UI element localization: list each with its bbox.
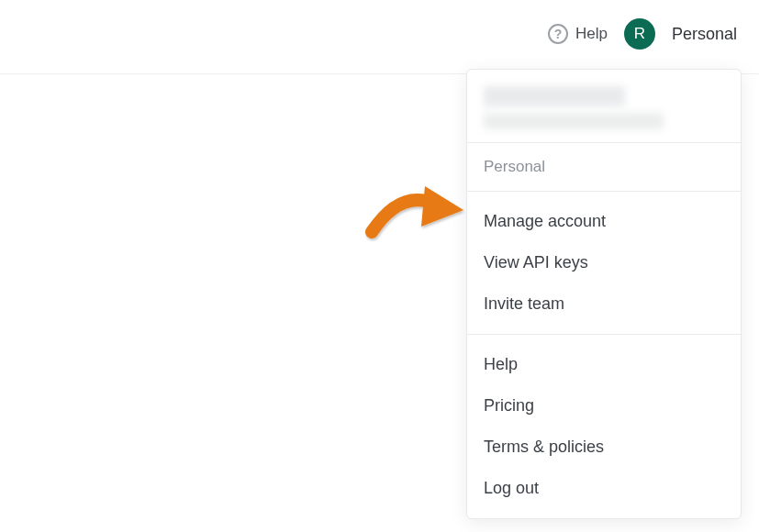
dropdown-section-label: Personal: [467, 143, 741, 192]
help-label: Help: [575, 25, 608, 43]
terms-item[interactable]: Terms & policies: [467, 427, 741, 468]
topbar: ? Help R Personal: [0, 0, 759, 74]
menu-group-account: Manage account View API keys Invite team: [467, 192, 741, 335]
invite-team-item[interactable]: Invite team: [467, 283, 741, 325]
view-api-keys-item[interactable]: View API keys: [467, 242, 741, 283]
pricing-item[interactable]: Pricing: [467, 385, 741, 427]
avatar[interactable]: R: [624, 18, 655, 50]
user-info-section: [467, 70, 741, 143]
account-dropdown: Personal Manage account View API keys In…: [466, 69, 742, 519]
help-icon: ?: [548, 24, 568, 44]
manage-account-item[interactable]: Manage account: [467, 201, 741, 242]
arrow-annotation: [364, 170, 465, 243]
account-name-label[interactable]: Personal: [672, 25, 737, 44]
logout-item[interactable]: Log out: [467, 468, 741, 509]
avatar-initial: R: [634, 25, 645, 43]
help-link[interactable]: ? Help: [548, 24, 608, 44]
menu-group-misc: Help Pricing Terms & policies Log out: [467, 335, 741, 518]
help-item[interactable]: Help: [467, 344, 741, 385]
user-email-redacted: [484, 113, 664, 129]
user-name-redacted: [484, 86, 625, 106]
